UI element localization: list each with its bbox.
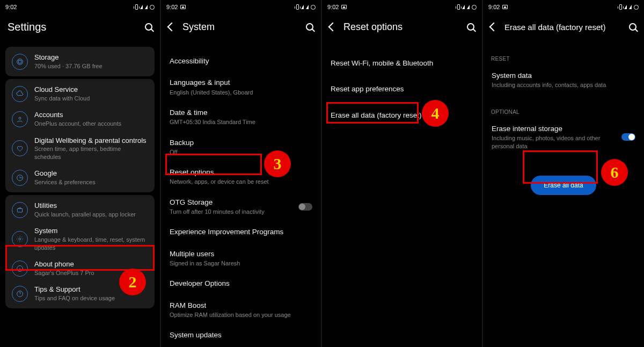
cloud-icon: [12, 86, 28, 102]
search-icon[interactable]: [467, 23, 474, 31]
status-bar: 9:02: [0, 0, 160, 14]
back-icon[interactable]: [489, 23, 499, 32]
label: Erase internal storage: [492, 124, 617, 134]
toggle-off[interactable]: [298, 203, 312, 211]
sub: Turn off after 10 minutes of inactivity: [170, 208, 294, 216]
row-reset-wifi[interactable]: Reset Wi-Fi, mobile & Bluetooth: [322, 50, 482, 76]
panel-erase-all: 9:02 Erase all data (factory reset) RESE…: [483, 0, 644, 347]
row-experience[interactable]: Experience Improvement Programs: [161, 221, 321, 243]
svg-rect-4: [17, 208, 22, 212]
battery-icon: [472, 5, 477, 10]
screenshot-icon: [341, 5, 347, 9]
signal-icon: [467, 5, 470, 9]
sub: Signed in as Sagar Naresh: [170, 259, 312, 268]
sub: Network, apps, or device can be reset: [170, 178, 312, 186]
row-reset-app-prefs[interactable]: Reset app preferences: [322, 76, 482, 102]
toggle-on[interactable]: [621, 133, 635, 141]
row-backup[interactable]: BackupOff: [161, 132, 321, 162]
section-reset: RESET: [483, 40, 644, 65]
label: Google: [34, 169, 148, 178]
vibrate-icon: [457, 4, 460, 10]
row-multiuser[interactable]: Multiple usersSigned in as Sagar Naresh: [161, 243, 321, 273]
row-utilities[interactable]: UtilitiesQuick launch, parallel apps, ap…: [5, 197, 155, 222]
row-erase-all[interactable]: Erase all data (factory reset): [322, 103, 482, 128]
step-badge: 3: [264, 150, 291, 177]
vibrate-icon: [135, 4, 138, 10]
row-storage[interactable]: Storage 70% used · 37.76 GB free: [5, 49, 155, 74]
row-erase-storage[interactable]: Erase internal storageIncluding music, p…: [483, 118, 644, 156]
section-optional: OPTIONAL: [483, 95, 644, 118]
sub: Optimize RAM utilization based on your u…: [170, 311, 312, 319]
row-languages[interactable]: Languages & inputEnglish (United States)…: [161, 72, 321, 102]
label: Reset Wi-Fi, mobile & Bluetooth: [331, 58, 473, 69]
row-system[interactable]: SystemLanguage & keyboard, time, reset, …: [5, 222, 155, 255]
clock: 9:02: [327, 4, 339, 10]
search-icon[interactable]: [145, 23, 152, 31]
row-otg[interactable]: OTG StorageTurn off after 10 minutes of …: [161, 192, 321, 222]
page-title: Reset options: [343, 21, 459, 33]
label: Developer Options: [170, 278, 312, 289]
page-title: Settings: [8, 21, 137, 33]
panel-system: 9:02 System Accessibility Languages & in…: [161, 0, 322, 347]
status-icons: [457, 4, 477, 10]
row-cloud[interactable]: Cloud ServiceSync data with Cloud: [5, 81, 155, 106]
clock: 9:02: [488, 4, 500, 10]
row-accounts[interactable]: AccountsOnePlus account, other accounts: [5, 106, 155, 132]
row-google[interactable]: GoogleServices & preferences: [5, 165, 155, 190]
back-icon[interactable]: [167, 23, 177, 32]
back-icon[interactable]: [328, 23, 338, 32]
label: System data: [492, 70, 635, 81]
clock: 9:02: [166, 4, 178, 10]
label: Storage: [34, 53, 148, 62]
label: Accounts: [34, 111, 148, 120]
step-badge: 2: [119, 269, 146, 295]
search-icon[interactable]: [629, 23, 636, 31]
clock: 9:02: [5, 4, 17, 10]
sub: Including music, photos, videos and othe…: [492, 134, 617, 151]
label: Date & time: [170, 107, 312, 118]
row-wellbeing[interactable]: Digital Wellbeing & parental controlsScr…: [5, 132, 155, 165]
row-ramboost[interactable]: RAM BoostOptimize RAM utilization based …: [161, 295, 321, 325]
row-reset-options[interactable]: Reset optionsNetwork, apps, or device ca…: [161, 162, 321, 192]
row-datetime[interactable]: Date & timeGMT+05:30 India Standard Time: [161, 102, 321, 132]
panel-reset-options: 9:02 Reset options Reset Wi-Fi, mobile &…: [322, 0, 483, 347]
signal-icon: [145, 5, 148, 9]
row-accessibility[interactable]: Accessibility: [161, 50, 321, 72]
step-badge: 6: [601, 159, 628, 186]
header: Settings: [0, 14, 160, 40]
label: Utilities: [34, 201, 148, 211]
storage-icon: [12, 54, 28, 70]
erase-all-button[interactable]: Erase all data: [531, 176, 596, 195]
label: About phone: [34, 260, 148, 269]
signal-icon: [306, 5, 309, 9]
status-icons: [619, 4, 639, 10]
sub: Quick launch, parallel apps, app locker: [34, 211, 148, 218]
status-bar: 9:02: [483, 0, 644, 14]
signal-icon: [624, 5, 627, 9]
google-icon: [12, 170, 28, 186]
label: Experience Improvement Programs: [170, 227, 312, 237]
sub: English (United States), Gboard: [170, 89, 312, 97]
step-badge: 4: [422, 100, 449, 127]
screenshot-icon: [180, 5, 186, 9]
label: OTG Storage: [170, 197, 294, 208]
search-icon[interactable]: [306, 23, 313, 31]
label: System: [34, 227, 148, 236]
row-sysupdates[interactable]: System updates: [161, 324, 321, 346]
row-devopts[interactable]: Developer Options: [161, 273, 321, 294]
label: Digital Wellbeing & parental controls: [34, 136, 148, 146]
label: Reset options: [170, 167, 312, 178]
signal-icon: [301, 5, 304, 9]
sub: GMT+05:30 India Standard Time: [170, 118, 312, 126]
svg-point-5: [19, 238, 21, 240]
gear-icon: [12, 231, 28, 247]
label: RAM Boost: [170, 300, 312, 311]
sub: Off: [170, 148, 312, 156]
briefcase-icon: [12, 202, 28, 218]
screenshot-icon: [502, 5, 508, 9]
vibrate-icon: [619, 4, 622, 10]
row-system-data[interactable]: System dataIncluding accounts info, cont…: [483, 65, 644, 95]
header: Erase all data (factory reset): [483, 14, 644, 40]
page-title: System: [182, 21, 298, 33]
svg-point-2: [19, 117, 21, 119]
